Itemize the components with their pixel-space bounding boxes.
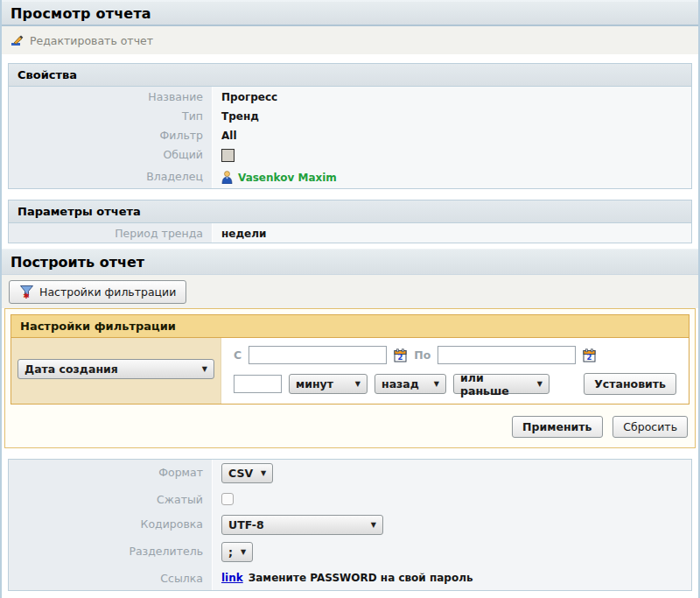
property-label: Общий	[9, 144, 212, 166]
property-value: All	[212, 125, 691, 144]
format-select-value: CSV	[228, 467, 253, 480]
from-date-input[interactable]	[248, 346, 387, 364]
property-row-owner: Владелец Vasenkov Maxim	[9, 166, 691, 188]
reset-button[interactable]: Сбросить	[612, 416, 688, 438]
build-report-title-bar: Построить отчет	[2, 249, 698, 275]
shared-checkbox	[221, 149, 234, 162]
encoding-label: Кодировка	[9, 511, 212, 538]
filter-settings-button[interactable]: ✱ Настройки фильтрации	[9, 280, 186, 304]
to-date-input[interactable]	[438, 346, 576, 364]
time-mode-select[interactable]: или раньше	[453, 374, 550, 394]
property-value: Прогресс	[212, 87, 691, 106]
link-value-cell: link Замените PASSWORD на свой пароль	[212, 566, 691, 590]
user-icon	[221, 171, 233, 184]
from-label: С	[234, 348, 242, 362]
separator-row: Разделитель ;	[9, 538, 691, 566]
time-unit-select-value: минут	[296, 377, 333, 390]
property-label: Владелец	[9, 166, 212, 188]
separator-select-value: ;	[228, 545, 233, 559]
property-row-name: Название Прогресс	[9, 87, 691, 106]
separator-value-cell: ;	[212, 538, 691, 566]
format-row: Формат CSV	[9, 460, 691, 487]
compressed-row: Сжатый	[9, 487, 691, 511]
build-report-title: Построить отчет	[10, 254, 144, 271]
format-label: Формат	[9, 460, 212, 487]
encoding-select[interactable]: UTF-8	[221, 515, 383, 535]
filter-actions-row: Применить Сбросить	[10, 405, 690, 447]
property-value	[212, 144, 691, 166]
properties-box: Свойства Название Прогресс Тип Тренд Фил…	[8, 63, 692, 189]
time-direction-select-value: назад	[382, 377, 419, 390]
param-label: Период тренда	[9, 223, 212, 243]
edit-toolbar: Редактировать отчет	[2, 26, 698, 54]
time-direction-select[interactable]: назад	[374, 374, 446, 394]
filter-icon: ✱	[19, 285, 34, 299]
format-select[interactable]: CSV	[221, 463, 273, 483]
link-note: Замените PASSWORD на свой пароль	[248, 572, 473, 584]
report-link[interactable]: link	[221, 572, 243, 584]
compressed-checkbox[interactable]	[221, 493, 234, 505]
filter-panel-body: Дата создания С 2	[11, 338, 689, 404]
last-amount-input[interactable]	[234, 375, 282, 393]
property-label: Фильтр	[9, 125, 212, 144]
property-label: Тип	[9, 106, 212, 125]
encoding-value-cell: UTF-8	[212, 511, 691, 538]
owner-link[interactable]: Vasenkov Maxim	[238, 172, 337, 184]
page-title: Просмотр отчета	[10, 5, 151, 22]
report-params-box: Параметры отчета Период тренда недели	[8, 200, 692, 243]
apply-button[interactable]: Применить	[512, 416, 602, 438]
property-row-filter: Фильтр All	[9, 125, 691, 144]
time-mode-select-value: или раньше	[460, 371, 529, 397]
separator-select[interactable]: ;	[221, 542, 253, 562]
filter-settings-label: Настройки фильтрации	[39, 285, 176, 299]
svg-text:2: 2	[587, 353, 592, 362]
property-value: Тренд	[212, 106, 691, 125]
separator-label: Разделитель	[9, 538, 212, 566]
filter-panel-header: Настройки фильтрации	[11, 315, 689, 338]
footer: Построить отчет	[2, 591, 698, 598]
svg-text:✱: ✱	[23, 292, 30, 299]
encoding-select-value: UTF-8	[228, 518, 264, 531]
compressed-value-cell	[212, 487, 691, 511]
filter-field-select-value: Дата создания	[24, 362, 118, 376]
calendar-icon[interactable]: 2	[583, 348, 596, 362]
filter-controls-cell: С 2 По	[221, 338, 689, 404]
calendar-icon[interactable]: 2	[394, 348, 407, 362]
param-row-trend-period: Период тренда недели	[9, 223, 691, 243]
date-range-row: С 2 По	[234, 346, 676, 364]
link-label: Ссылка	[9, 566, 212, 590]
report-view-page: Просмотр отчета Редактировать отчет Свой…	[0, 0, 700, 598]
edit-report-label: Редактировать отчет	[30, 34, 153, 47]
filter-panel-inner: Настройки фильтрации Дата создания С	[10, 314, 690, 405]
output-options-box: Формат CSV Сжатый Кодировка UTF-8 Раздел…	[8, 459, 692, 591]
filter-field-cell: Дата создания	[11, 338, 221, 404]
edit-icon	[10, 34, 24, 46]
compressed-label: Сжатый	[9, 487, 212, 511]
to-label: По	[414, 348, 430, 362]
param-value: недели	[212, 223, 691, 243]
relative-time-row: минут назад или раньше Установить	[234, 373, 676, 395]
encoding-row: Кодировка UTF-8	[9, 511, 691, 538]
property-label: Название	[9, 87, 212, 106]
property-row-type: Тип Тренд	[9, 106, 691, 125]
page-title-bar: Просмотр отчета	[2, 0, 698, 26]
filter-field-select[interactable]: Дата создания	[18, 359, 214, 379]
build-toolbar: ✱ Настройки фильтрации	[2, 275, 698, 308]
properties-header: Свойства	[9, 64, 691, 87]
property-row-shared: Общий	[9, 144, 691, 166]
link-row: Ссылка link Замените PASSWORD на свой па…	[9, 566, 691, 590]
set-button[interactable]: Установить	[584, 373, 676, 395]
time-unit-select[interactable]: минут	[289, 374, 368, 394]
format-value-cell: CSV	[212, 460, 691, 487]
filter-panel: Настройки фильтрации Дата создания С	[4, 308, 696, 448]
property-value: Vasenkov Maxim	[212, 166, 691, 188]
edit-report-link[interactable]: Редактировать отчет	[10, 34, 153, 47]
svg-text:2: 2	[398, 353, 403, 362]
report-params-header: Параметры отчета	[9, 201, 691, 223]
